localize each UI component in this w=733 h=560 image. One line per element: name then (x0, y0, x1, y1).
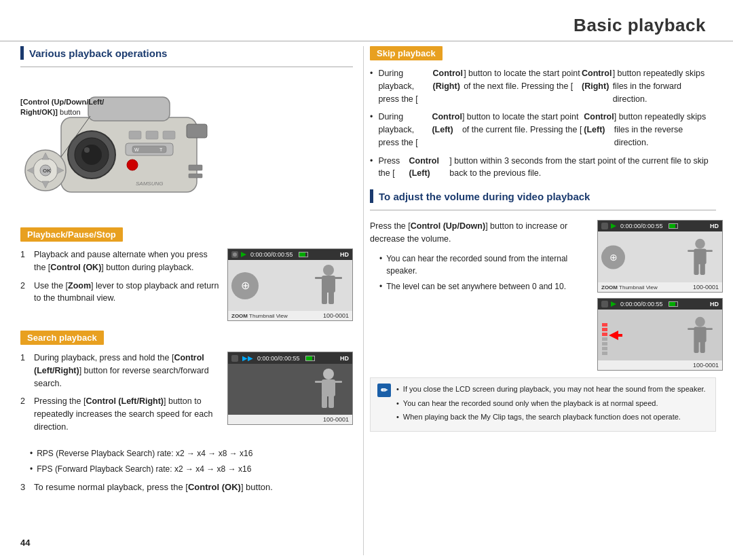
svg-text:OK: OK (43, 168, 51, 174)
column-divider (363, 46, 364, 555)
svg-rect-6 (187, 124, 207, 138)
svg-rect-36 (334, 381, 342, 383)
volume-bullet-2: The level can be set anywhere between 0 … (379, 280, 589, 293)
svg-rect-25 (189, 165, 202, 170)
right-column: Skip playback During playback, press the… (370, 46, 716, 432)
vs2-top: 0:00:00/0:00:55 HD (598, 299, 722, 310)
left-column: Various playback operations [Control (Up… (20, 46, 353, 496)
title-divider (0, 41, 733, 41)
search-bullet-1: RPS (Reverse Playback Search) rate: x2 →… (30, 447, 353, 460)
search-list: 1 During playback, press and hold the [C… (20, 352, 221, 434)
svg-point-33 (323, 369, 334, 379)
silhouette-figure (308, 263, 349, 311)
screen-mockup-playback: 0:00:00/0:00:55 HD ⊕ (227, 248, 353, 321)
search-item-1: 1 During playback, press and hold the [C… (20, 352, 221, 390)
battery-icon (299, 252, 308, 257)
playback-pause-section: 1 Playback and pause alternate when you … (20, 248, 353, 321)
volume-text-side: Press the [Control (Up/Down)] button to … (370, 220, 589, 371)
svg-rect-47 (694, 326, 706, 342)
svg-rect-37 (322, 394, 327, 408)
svg-rect-34 (322, 379, 335, 396)
camera-icon (231, 251, 238, 258)
fast-forward-icon: ▶▶ (242, 354, 253, 362)
vs2-timecode: 0:00:00/0:00:55 (620, 301, 663, 307)
volume-intro: Press the [Control (Up/Down)] button to … (370, 220, 589, 246)
silhouette-search (308, 367, 349, 415)
volume-heading-text: To adjust the volume during video playba… (379, 191, 590, 202)
note-icon: ✏ (377, 384, 391, 397)
playback-item-2: 2 Use the [Zoom] lever to stop playback … (20, 280, 221, 305)
svg-rect-35 (315, 381, 323, 383)
vs1-cam-icon (601, 223, 608, 229)
svg-text:SAMSUNG: SAMSUNG (136, 181, 163, 187)
svg-rect-30 (334, 277, 342, 279)
svg-rect-38 (328, 394, 334, 408)
playback-pause-stop-heading: Playback/Pause/Stop (20, 227, 123, 242)
vs2-cam-icon (601, 301, 608, 307)
vs1-play (611, 223, 616, 229)
vs2-body (598, 310, 722, 360)
screen-top-bar: 0:00:00/0:00:55 HD (228, 249, 352, 260)
screen-bottom-bar: ZOOM Thumbnail View 100-0001 (228, 311, 352, 320)
search-screen: ▶▶ 0:00:00/0:00:55 HD (227, 352, 353, 442)
volume-screens: 0:00:00/0:00:55 HD ⊕ (597, 220, 716, 371)
search-playback-heading: Search playback (20, 331, 104, 345)
note-content: If you close the LCD screen during playb… (396, 384, 706, 426)
hd-badge-search: HD (340, 355, 349, 362)
skip-bullet-3: Press the [Control (Left)] button within… (370, 155, 716, 181)
camcorder-illustration: [Control (Up/Down/Left/ Right/OK)] butto… (20, 77, 353, 219)
play-icon (241, 252, 246, 257)
volume-screen-2: 0:00:00/0:00:55 HD (597, 298, 723, 371)
skip-bullets: During playback, press the [Control (Rig… (370, 67, 716, 180)
note-item-2: You can hear the recorded sound only whe… (396, 398, 706, 409)
svg-rect-41 (688, 250, 695, 252)
callout-label: [Control (Up/Down/Left/ Right/OK)] butto… (20, 97, 104, 118)
svg-rect-43 (694, 263, 698, 275)
volume-rule (370, 210, 716, 210)
svg-point-27 (323, 265, 334, 276)
svg-point-3 (81, 145, 102, 165)
svg-rect-42 (705, 250, 713, 252)
hd-badge: HD (340, 251, 349, 258)
note-item-3: When playing back the My Clip tags, the … (396, 411, 706, 423)
vs2-silhouette (681, 314, 719, 360)
section-rule (20, 67, 353, 67)
vs1-silhouette (681, 236, 719, 282)
various-playback-heading: Various playback operations (20, 46, 353, 60)
volume-blue-bar (370, 189, 373, 203)
svg-point-39 (695, 239, 705, 249)
svg-rect-32 (328, 291, 334, 304)
screen-top-search: ▶▶ 0:00:00/0:00:55 HD (228, 352, 352, 364)
svg-rect-40 (694, 248, 706, 264)
search-timecode: 0:00:00/0:00:55 (257, 355, 300, 362)
svg-rect-9 (163, 131, 175, 139)
svg-rect-48 (688, 328, 695, 330)
page-number: 44 (20, 538, 30, 548)
vs1-control: ⊕ (601, 245, 625, 269)
section-heading-text: Various playback operations (29, 48, 167, 59)
vs2-play (611, 301, 616, 307)
svg-rect-28 (322, 276, 335, 293)
search-text: 1 During playback, press and hold the [C… (20, 352, 221, 442)
search-bullet-2: FPS (Forward Playback Search) rate: x2 →… (30, 463, 353, 475)
svg-point-23 (127, 160, 138, 170)
svg-rect-8 (146, 131, 158, 139)
screen-bottom-search: 100-0001 (228, 415, 352, 424)
screen-mockup-search: ▶▶ 0:00:00/0:00:55 HD (227, 352, 353, 425)
control-overlay: ⊕ (231, 272, 259, 299)
vs2-battery (669, 301, 678, 307)
screen-body-search (228, 364, 352, 415)
vs1-battery (669, 223, 678, 229)
skip-playback-heading: Skip playback (370, 46, 443, 60)
zoom-label: ZOOM Thumbnail View (231, 313, 288, 319)
svg-rect-51 (700, 341, 705, 353)
vs1-filenum: 100-0001 (693, 284, 719, 291)
battery-icon-2 (305, 356, 315, 361)
vs1-timecode: 0:00:00/0:00:55 (620, 223, 663, 229)
svg-rect-26 (189, 174, 202, 178)
volume-heading: To adjust the volume during video playba… (370, 189, 716, 203)
callout-bold1: [Control (Up/Down/Left/ (20, 98, 104, 106)
vs1-top: 0:00:00/0:00:55 HD (598, 221, 722, 231)
search-item-2: 2 Pressing the [Control (Left/Right)] bu… (20, 395, 221, 433)
search-playback-section: 1 During playback, press and hold the [C… (20, 352, 353, 442)
